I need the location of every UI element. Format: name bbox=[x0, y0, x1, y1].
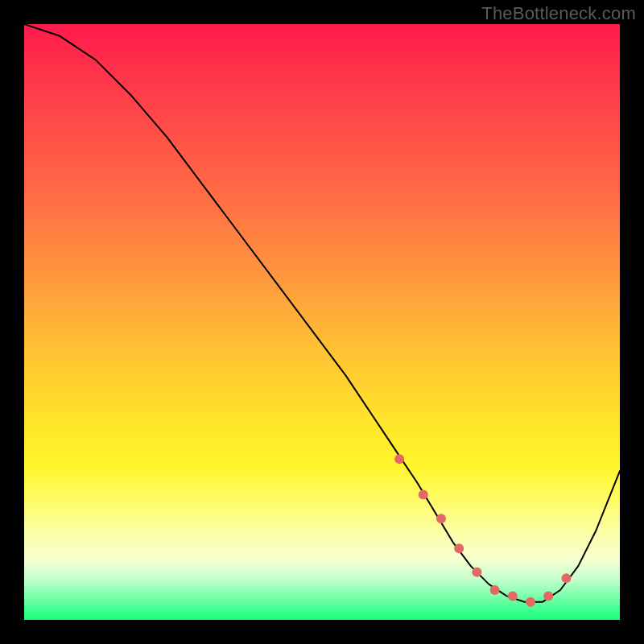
marker-dot bbox=[490, 585, 500, 595]
marker-dot bbox=[394, 454, 404, 464]
marker-dot bbox=[543, 591, 553, 601]
marker-dot bbox=[508, 591, 518, 601]
marker-dot bbox=[436, 514, 446, 523]
watermark: TheBottleneck.com bbox=[481, 3, 636, 24]
bottleneck-curve bbox=[24, 24, 620, 620]
marker-dot bbox=[526, 597, 535, 607]
plot-area bbox=[24, 24, 620, 620]
chart-container: TheBottleneck.com bbox=[0, 0, 644, 644]
marker-dot bbox=[561, 573, 571, 583]
marker-dot bbox=[419, 490, 428, 500]
marker-dot bbox=[454, 543, 464, 553]
marker-dot bbox=[472, 568, 481, 577]
